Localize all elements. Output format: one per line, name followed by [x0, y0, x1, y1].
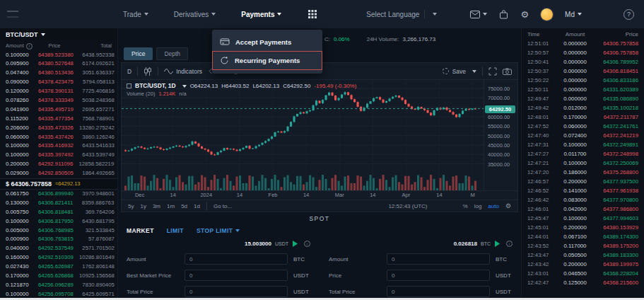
language-selector[interactable]: Select Language [366, 10, 437, 18]
trade-row[interactable]: 12:47:520.06000064372.241761 [522, 122, 644, 131]
bid-row[interactable]: 0.12187064256.0962897830.890405 [0, 281, 117, 290]
trade-row[interactable]: 12:49:420.01200064335.100218 [522, 103, 644, 112]
bid-row[interactable]: 0.17000064265.62686810925.156568 [0, 272, 117, 281]
ask-row[interactable]: 0.07826064378.3333495038.248368 [0, 96, 117, 105]
range-5d[interactable]: 5d [181, 203, 187, 209]
trade-row[interactable]: 12:43:010.04650064368.228204 [522, 269, 644, 278]
trade-row[interactable]: 12:47:310.10000064372.249891 [522, 140, 644, 149]
bid-row[interactable]: 0.00500064306.768985321.533845 [0, 226, 117, 236]
tab-market[interactable]: MARKET [127, 227, 154, 234]
trade-row[interactable]: 12:50:110.00000064331.620389 [522, 85, 644, 94]
tab-price[interactable]: Price [124, 47, 153, 60]
chart-clock[interactable]: 12:52:43 (UTC) [388, 203, 427, 209]
volume-indicator-label[interactable]: Volume (20) [127, 90, 155, 98]
ask-row[interactable]: 0.02900064292.8505051864.492665 [0, 169, 117, 178]
settings-gear-icon[interactable]: ⚙ [520, 10, 529, 19]
candle-style-icon[interactable] [144, 67, 152, 76]
trade-row[interactable]: 12:50:370.00000064306.818451 [522, 67, 644, 76]
ask-row[interactable]: 0.09000064378.4234755794.058113 [0, 78, 117, 87]
bid-row[interactable]: 0.00575064306.818481369.764206 [0, 208, 117, 217]
bid-row[interactable]: 0.10000064306.8179506430.681795 [0, 217, 117, 226]
percent-scale-button[interactable]: % [463, 203, 468, 209]
ask-row[interactable]: 0.10000064335.4169326433.541633 [0, 142, 117, 151]
ask-row[interactable]: 0.04190064335.4957192695.657271 [0, 105, 117, 115]
nav-trade[interactable]: Trade [123, 11, 148, 18]
ask-row[interactable]: 0.10000064335.3974926433.539749 [0, 151, 117, 160]
save-button[interactable]: Save [443, 68, 476, 75]
fullscreen-icon[interactable] [488, 67, 497, 76]
ask-row[interactable]: 0.10000064389.5233806438.952338 [0, 51, 117, 60]
trade-row[interactable]: 12:50:410.00000064306.789952 [522, 57, 644, 67]
bid-row[interactable]: 0.00090064306.76381557.876087 [0, 235, 117, 244]
ask-row[interactable]: 0.11520064335.4773547568.788901 [0, 115, 117, 124]
ask-row[interactable]: 0.09590064380.5276486174.092621 [0, 59, 117, 69]
trade-row[interactable]: 12:46:570.20000064377.937500 [522, 177, 644, 186]
help-icon[interactable]: ? [623, 9, 634, 20]
trade-row[interactable]: 12:47:200.18600064375.268800 [522, 168, 644, 177]
screenshot-camera-icon[interactable] [503, 68, 512, 75]
log-scale-button[interactable]: log [474, 203, 482, 209]
amount-input-right[interactable] [387, 253, 490, 265]
price-input[interactable] [387, 270, 490, 281]
total-price-input-right[interactable] [387, 286, 490, 297]
avatar[interactable] [541, 8, 553, 21]
nav-payments[interactable]: Payments [241, 11, 281, 18]
trade-row[interactable]: 12:51:010.00000064306.757858 [522, 39, 644, 48]
indicators-button[interactable]: Indicators [164, 68, 202, 75]
trade-row[interactable]: 12:46:520.14100064377.961938 [522, 186, 644, 195]
ask-row[interactable]: 0.20000064292.91109612858.582219 [0, 160, 117, 169]
ask-row[interactable]: 0.12000064378.3901317725.406816 [0, 87, 117, 96]
amount-input-left[interactable] [185, 253, 288, 265]
range-3m[interactable]: 3m [153, 203, 160, 209]
trade-row[interactable]: 12:48:010.17000064372.211787 [522, 112, 644, 122]
price-axis[interactable]: 75000.0070000.0065000.0060000.0055000.00… [484, 80, 517, 190]
brand-logo[interactable] [7, 11, 18, 18]
chart-symbol[interactable]: BTC/USDT, 1D [135, 82, 176, 90]
trade-row[interactable]: 12:49:470.00000064335.086890 [522, 94, 644, 103]
total-price-input-left[interactable] [185, 286, 288, 297]
tab-stop-limit[interactable]: STOP LIMIT [197, 227, 240, 234]
bid-row[interactable]: 0.04000064292.5375492571.701502 [0, 244, 117, 253]
nav-derivatives[interactable]: Derivatives [174, 11, 216, 18]
trade-row[interactable]: 12:45:010.20000064380.153929 [522, 223, 644, 232]
ask-row[interactable]: 0.20600064335.47332613280.275242 [0, 124, 117, 133]
range-5y[interactable]: 5y [128, 203, 134, 209]
info-icon[interactable]: i [26, 43, 33, 50]
best-market-price-input[interactable] [185, 270, 288, 281]
trade-row[interactable]: 12:47:270.01170064372.248998 [522, 149, 644, 158]
bid-row[interactable]: 0.06175064306.8999403970.948601 [0, 190, 117, 199]
trade-row[interactable]: 12:43:520.11700064389.175200 [522, 241, 644, 250]
time-axis[interactable]: Dec14202414Feb14Mar14Apr14M [122, 190, 517, 200]
apps-grid-icon[interactable] [308, 10, 317, 18]
trade-row[interactable]: 12:45:470.10000064377.994603 [522, 214, 644, 223]
portfolio-icon[interactable] [499, 10, 508, 19]
trade-row[interactable]: 12:43:470.05050064389.183300 [522, 250, 644, 260]
bid-row[interactable]: 0.13000064306.8214118359.886763 [0, 199, 117, 208]
trade-row[interactable]: 12:44:010.06710064389.174300 [522, 232, 644, 241]
chevron-down-icon[interactable] [182, 85, 187, 88]
bid-row[interactable]: 0.10000064256.0957086425.609571 [0, 290, 117, 298]
messages-icon[interactable] [470, 11, 487, 18]
user-menu[interactable]: Md [565, 11, 582, 18]
info-icon[interactable]: i [304, 241, 310, 247]
bid-row[interactable]: 0.02743064265.6269871762.806148 [0, 262, 117, 272]
range-1m[interactable]: 1m [167, 203, 175, 209]
trade-row[interactable]: 12:46:420.08300064377.970800 [522, 195, 644, 204]
last-price-row[interactable]: $ 64306.757858 ≈64292.13 [0, 178, 117, 190]
ask-row[interactable]: 0.04740064380.5134363051.636337 [0, 69, 117, 78]
goto-button[interactable]: Go to... [213, 203, 232, 209]
tab-limit[interactable]: LIMIT [167, 227, 184, 234]
trade-row[interactable]: 12:47:400.07240064372.241219 [522, 131, 644, 140]
range-1y[interactable]: 1y [140, 203, 146, 209]
range-1d[interactable]: 1d [194, 203, 200, 209]
pair-selector[interactable]: BTC/USDT [0, 28, 117, 40]
info-icon[interactable]: i [506, 241, 513, 247]
trade-row[interactable]: 12:50:570.00000064306.757858 [522, 48, 644, 57]
trade-row[interactable]: 12:43:420.20000064389.199975 [522, 260, 644, 269]
trade-row[interactable]: 12:42:470.12500064368.215600 [522, 278, 644, 287]
auto-scale-button[interactable]: auto [488, 203, 499, 209]
menu-item-accept-payments[interactable]: Accept Payments [212, 33, 322, 51]
menu-item-recurring-payments[interactable]: Recurring Payments [212, 51, 322, 70]
trade-row[interactable]: 12:46:010.04200064377.986800 [522, 204, 644, 214]
interval-button[interactable]: D [127, 68, 131, 75]
